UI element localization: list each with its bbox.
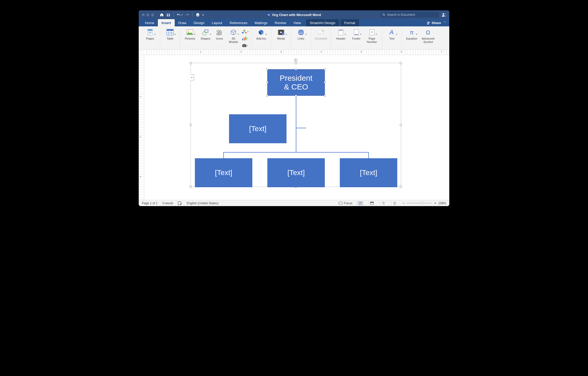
tab-references[interactable]: References [226,19,251,26]
resize-handle[interactable] [400,62,402,64]
smartart-frame[interactable]: ⟳ ▸ [190,63,401,187]
zoom-in-button[interactable]: + [434,201,436,205]
svg-rect-23 [244,30,245,31]
print-icon[interactable] [196,13,200,17]
equation-button[interactable]: π▾ Equation [404,28,420,44]
ruler-h-tick: 7 [441,50,442,53]
ruler-h-tick: 2 [240,50,241,53]
tab-insert[interactable]: Insert [158,19,175,26]
user-icon[interactable] [442,12,446,17]
tab-home[interactable]: Home [141,19,158,26]
window-controls [142,13,154,16]
view-outline-button[interactable] [380,201,386,206]
org-node-child-1[interactable]: [Text] [195,158,252,187]
qat-customize-icon[interactable]: ▾ [202,13,204,16]
tab-smartart-design[interactable]: SmartArt Design [306,19,339,26]
page-number-button[interactable]: #▾ Page Number [364,28,380,44]
screenshot-button[interactable]: ▾ [241,42,249,49]
connector [223,152,224,159]
svg-text:π: π [410,29,414,36]
media-button[interactable]: ▾ Media [273,28,289,44]
svg-text:#: # [371,31,373,34]
org-node-assistant-text: [Text] [249,125,267,133]
svg-rect-27 [244,37,245,40]
resize-handle[interactable] [190,62,192,64]
maximize-window-button[interactable] [151,13,154,16]
chart-button[interactable]: ▾ [241,35,249,42]
tab-review[interactable]: Review [271,19,290,26]
pages-button[interactable]: ▾ Pages [142,28,158,44]
tab-layout[interactable]: Layout [208,19,226,26]
comment-button[interactable]: Comment [313,28,329,44]
icons-button[interactable]: Icons [213,28,226,44]
zoom-value[interactable]: 158% [438,201,446,205]
title-label: Org Chart with Microsoft Word [272,13,321,17]
tab-view[interactable]: View [290,19,305,26]
tab-format[interactable]: Format [341,19,359,26]
undo-icon[interactable]: ▾ [177,13,182,17]
org-node-child-3[interactable]: [Text] [340,158,397,187]
status-words[interactable]: 0 words [162,201,173,205]
close-window-button[interactable] [142,13,145,16]
zoom-out-button[interactable]: − [402,201,404,205]
focus-icon[interactable]: Focus [339,201,352,205]
zoom-slider[interactable] [406,203,432,204]
svg-rect-55 [360,202,361,203]
resize-handle[interactable] [295,62,297,64]
rotate-handle-icon[interactable]: ⟳ [294,58,298,62]
share-button[interactable]: Share [427,21,441,25]
spellcheck-icon[interactable] [178,201,182,205]
org-node-child-2[interactable]: [Text] [267,158,325,187]
svg-rect-46 [355,34,358,35]
links-button[interactable]: ▾ Links [293,28,309,44]
ruler-h-tick: 4 [320,50,322,53]
table-button[interactable]: ▾ Table [162,28,178,44]
home-icon[interactable] [160,13,164,17]
view-draft-button[interactable] [391,201,398,206]
org-node-assistant[interactable]: [Text] [229,114,286,143]
svg-text:A: A [389,29,394,36]
page[interactable]: ⟳ ▸ [144,55,449,200]
ruler-h-tick: 1 [200,50,201,53]
view-print-layout-button[interactable] [357,201,364,206]
ruler-horizontal[interactable]: 1 2 3 4 5 6 7 [139,50,449,55]
ribbon: ▾ Pages ▾ Table ▾ Pictures ▾ Shapes Icon… [139,26,449,50]
text-pane-toggle[interactable]: ▸ [190,74,194,80]
resize-handle[interactable] [400,186,402,188]
footer-button[interactable]: ▾ Footer [349,28,364,44]
save-icon[interactable] [166,13,170,17]
text-button[interactable]: A▾ Text [384,28,400,44]
tab-draw[interactable]: Draw [175,19,190,26]
svg-point-10 [427,22,429,23]
smartart-button[interactable]: ▾ [241,28,249,35]
symbol-button[interactable]: Ω Advanced Symbol [420,28,437,44]
page-number-label: Page Number [367,37,377,44]
minimize-window-button[interactable] [146,13,149,16]
document-area: 1 2 3 ⟳ ▸ [139,55,449,200]
view-web-layout-button[interactable] [368,201,375,206]
tab-mailings[interactable]: Mailings [251,19,271,26]
header-button[interactable]: ▾ Header [333,28,349,44]
resize-handle[interactable] [400,124,402,126]
ruler-h-tick: 3 [280,50,282,53]
redo-icon[interactable] [185,13,189,17]
org-node-child-1-text: [Text] [215,169,232,177]
search-icon [382,13,385,16]
addins-button[interactable]: ▾ Add-ins [253,28,269,44]
resize-handle[interactable] [190,186,192,188]
pictures-button[interactable]: ▾ Pictures [182,28,198,44]
ruler-v-tick: 1 [140,95,141,98]
status-language[interactable]: English (United States) [187,201,218,205]
status-page[interactable]: Page 1 of 1 [142,201,158,205]
ruler-vertical[interactable]: 1 2 3 [139,55,144,200]
svg-rect-59 [370,202,373,203]
shapes-button[interactable]: ▾ Shapes [198,28,213,44]
svg-rect-53 [339,202,342,204]
tab-design[interactable]: Design [190,19,208,26]
search-input[interactable]: Search in Document [381,12,439,18]
collapse-ribbon-icon[interactable]: ⌃ [444,21,446,25]
resize-handle[interactable] [190,124,192,126]
3d-models-button[interactable]: ▾ 3D Models [226,28,241,44]
org-node-top[interactable]: President & CEO [267,69,325,96]
ruler-h-tick: 6 [401,50,402,53]
